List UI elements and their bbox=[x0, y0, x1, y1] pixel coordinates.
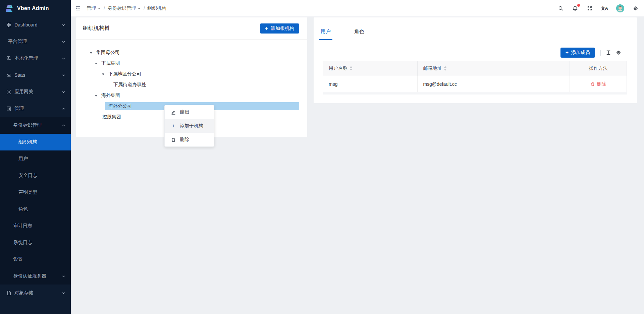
sidebar-menu: Dashboard平台管理本地化管理Saas应用网关管理身份标识管理组织机构用户… bbox=[0, 16, 71, 301]
sidebar-item-安全日志[interactable]: 安全日志 bbox=[0, 167, 71, 184]
tree-node-label: 海外集团 bbox=[101, 92, 120, 99]
tree-expand-caret-icon[interactable] bbox=[93, 94, 99, 97]
sidebar-item-用户[interactable]: 用户 bbox=[0, 150, 71, 167]
panel-title: 组织机构树 bbox=[83, 25, 110, 32]
search-icon[interactable] bbox=[558, 5, 564, 11]
tree-node-下属集团[interactable]: 下属集团 bbox=[76, 59, 299, 67]
avatar[interactable] bbox=[616, 4, 624, 12]
tree-expand-caret-icon[interactable] bbox=[88, 51, 94, 54]
column-header-操作方法: 操作方法 bbox=[570, 61, 627, 76]
tree-node-label: 海外分公司 bbox=[108, 103, 132, 109]
chevron-down-icon bbox=[138, 6, 141, 11]
saas-icon bbox=[6, 72, 12, 78]
tree-node-集团母公司[interactable]: 集团母公司 bbox=[76, 49, 299, 57]
fullscreen-icon[interactable] bbox=[587, 5, 593, 11]
context-menu-item-添加子机构[interactable]: +添加子机构 bbox=[165, 119, 214, 133]
breadcrumb-label: 身份标识管理 bbox=[108, 5, 136, 11]
add-root-org-button[interactable]: + 添加根机构 bbox=[260, 23, 299, 34]
breadcrumb-separator: / bbox=[144, 6, 145, 11]
app-root: Vben Admin Dashboard平台管理本地化管理Saas应用网关管理身… bbox=[0, 0, 644, 314]
toolbar-divider bbox=[600, 50, 601, 56]
column-header-label: 操作方法 bbox=[589, 65, 608, 71]
users-table: 用户名称邮箱地址操作方法msgmsg@default.cc删除 bbox=[323, 61, 627, 92]
org-tree-panel-header: 组织机构树 + 添加根机构 bbox=[76, 17, 307, 40]
cell-username: msg bbox=[323, 76, 418, 92]
sidebar-item-应用网关[interactable]: 应用网关 bbox=[0, 83, 71, 100]
chevron-down-icon bbox=[62, 90, 65, 94]
sidebar-item-组织机构[interactable]: 组织机构 bbox=[0, 134, 71, 150]
logo[interactable]: Vben Admin bbox=[0, 0, 71, 16]
tab-角色[interactable]: 角色 bbox=[353, 28, 366, 40]
sidebar-item-声明类型[interactable]: 声明类型 bbox=[0, 184, 71, 201]
sort-carets-icon[interactable] bbox=[350, 66, 353, 71]
sidebar-item-label: 用户 bbox=[18, 156, 28, 162]
cell-email: msg@default.cc bbox=[418, 76, 570, 92]
language-icon[interactable]: 文A bbox=[601, 5, 608, 11]
column-header-邮箱地址[interactable]: 邮箱地址 bbox=[418, 61, 570, 76]
sort-carets-icon[interactable] bbox=[444, 66, 447, 71]
chevron-down-icon bbox=[62, 274, 65, 278]
delete-action-button[interactable]: 删除 bbox=[590, 81, 606, 87]
column-header-用户名称[interactable]: 用户名称 bbox=[323, 61, 418, 76]
sidebar-item-角色[interactable]: 角色 bbox=[0, 201, 71, 217]
sidebar-item-label: 安全日志 bbox=[18, 173, 37, 179]
column-settings-gear-icon[interactable] bbox=[615, 50, 622, 56]
settings-gear-icon[interactable] bbox=[633, 5, 639, 11]
chevron-down-icon bbox=[62, 291, 65, 295]
cell-actions: 删除 bbox=[570, 76, 627, 92]
tree-context-menu: 编辑+添加子机构删除 bbox=[164, 105, 214, 147]
breadcrumb-item[interactable]: 组织机构 bbox=[148, 5, 166, 11]
tree-node-label: 控股集团 bbox=[102, 114, 121, 120]
notification-bell-icon[interactable] bbox=[572, 5, 578, 11]
content-area: 组织机构树 + 添加根机构 集团母公司下属集团下属地区分公司下属街道办事处海外集… bbox=[71, 16, 644, 314]
localization-icon bbox=[6, 56, 12, 61]
row-height-icon[interactable] bbox=[605, 50, 611, 56]
sidebar-item-label: 管理 bbox=[14, 106, 24, 112]
sidebar-item-审计日志[interactable]: 审计日志 bbox=[0, 217, 71, 234]
sidebar-item-Dashboard[interactable]: Dashboard bbox=[0, 16, 71, 33]
table-row: msgmsg@default.cc删除 bbox=[323, 76, 627, 92]
tree-node-下属街道办事处[interactable]: 下属街道办事处 bbox=[76, 81, 299, 89]
sidebar-item-身份标识管理[interactable]: 身份标识管理 bbox=[0, 117, 71, 134]
tree-node-label: 下属集团 bbox=[101, 60, 120, 66]
tree-expand-caret-icon[interactable] bbox=[100, 73, 106, 76]
sidebar-item-label: 应用网关 bbox=[14, 89, 33, 95]
breadcrumb-item[interactable]: 身份标识管理 bbox=[108, 5, 141, 11]
add-member-button[interactable]: + 添加成员 bbox=[560, 48, 595, 58]
sidebar-item-对象存储[interactable]: 对象存储 bbox=[0, 285, 71, 301]
sidebar-item-label: 设置 bbox=[13, 256, 23, 262]
table-toolbar: + 添加成员 bbox=[560, 48, 622, 58]
tree-node-海外集团[interactable]: 海外集团 bbox=[76, 91, 299, 100]
breadcrumb-item[interactable]: 管理 bbox=[87, 5, 101, 11]
tree-expand-caret-icon[interactable] bbox=[93, 62, 99, 65]
plus-icon: + bbox=[566, 50, 569, 55]
sidebar-item-label: 角色 bbox=[18, 206, 28, 212]
sidebar-item-label: 审计日志 bbox=[13, 223, 32, 229]
context-menu-item-编辑[interactable]: 编辑 bbox=[165, 105, 214, 119]
edit-pencil-icon bbox=[171, 110, 176, 115]
sidebar-item-平台管理[interactable]: 平台管理 bbox=[0, 33, 71, 50]
sidebar-collapse-icon[interactable] bbox=[75, 5, 81, 11]
tree-node-下属地区分公司[interactable]: 下属地区分公司 bbox=[76, 70, 299, 78]
sidebar-item-身份认证服务器[interactable]: 身份认证服务器 bbox=[0, 268, 71, 285]
chevron-down-icon bbox=[62, 73, 65, 77]
notification-dot bbox=[577, 4, 580, 7]
dashboard-icon bbox=[6, 22, 12, 28]
tree-node-label: 下属街道办事处 bbox=[113, 82, 146, 88]
sidebar-item-label: 身份认证服务器 bbox=[13, 273, 46, 279]
context-menu-item-label: 添加子机构 bbox=[180, 123, 203, 129]
sidebar-item-管理[interactable]: 管理 bbox=[0, 100, 71, 117]
sidebar-item-Saas[interactable]: Saas bbox=[0, 67, 71, 83]
sidebar-item-本地化管理[interactable]: 本地化管理 bbox=[0, 50, 71, 67]
plus-icon: + bbox=[265, 26, 268, 31]
username-value: msg bbox=[329, 81, 337, 87]
tab-用户[interactable]: 用户 bbox=[319, 28, 332, 40]
tree-node-label: 集团母公司 bbox=[96, 50, 120, 56]
email-value: msg@default.cc bbox=[423, 81, 457, 87]
sidebar-item-系统日志[interactable]: 系统日志 bbox=[0, 234, 71, 251]
sidebar-item-label: 身份标识管理 bbox=[13, 122, 42, 128]
sidebar-item-设置[interactable]: 设置 bbox=[0, 251, 71, 268]
tree-node-label: 下属地区分公司 bbox=[108, 71, 141, 77]
context-menu-item-删除[interactable]: 删除 bbox=[165, 133, 214, 146]
column-header-label: 邮箱地址 bbox=[423, 65, 442, 71]
